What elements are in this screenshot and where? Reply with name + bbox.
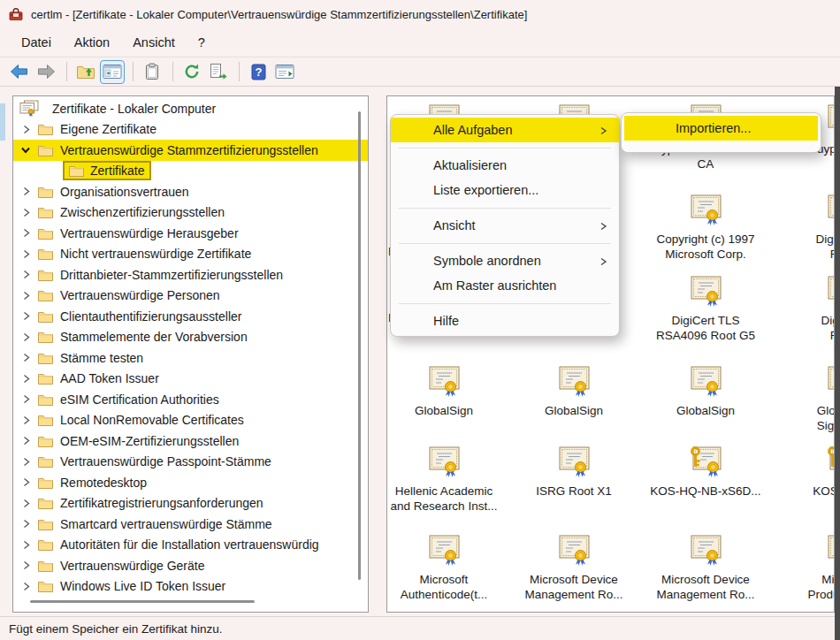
clipboard-button[interactable] bbox=[140, 60, 164, 84]
certificate-item[interactable]: DigiCertRoot bbox=[776, 275, 835, 343]
certificate-item[interactable]: MicrosoftAuthenticode(t... bbox=[386, 534, 510, 602]
certificate-item[interactable]: ISRG Root X1 bbox=[508, 446, 640, 499]
tree-item-eigene-zertifikate[interactable]: Eigene Zertifikate bbox=[13, 119, 368, 141]
tree-item-zertifikate[interactable]: Zertifikate bbox=[13, 161, 368, 182]
tree-item-zertifikatregistrierungsanforderungen[interactable]: Zertifikatregistrierungsanforderungen bbox=[13, 493, 368, 514]
chevron-right-icon[interactable] bbox=[21, 332, 31, 342]
menu-datei[interactable]: Datei bbox=[21, 35, 51, 50]
certificate-item[interactable]: MicrosoProduct Ro... bbox=[776, 534, 835, 602]
tree-vertical-scrollbar[interactable] bbox=[358, 111, 361, 580]
menu-item-label: Ansicht bbox=[433, 218, 476, 232]
statusbar: Fügt einem Speicher ein Zertifikat hinzu… bbox=[0, 616, 835, 640]
chevron-right-icon[interactable] bbox=[21, 270, 31, 279]
tree-item-zwischenzertifizierungsstellen[interactable]: Zwischenzertifizierungsstellen bbox=[13, 202, 368, 224]
certificate-label: Hellenic Academicand Research Inst... bbox=[386, 484, 510, 514]
chevron-right-icon[interactable] bbox=[21, 291, 31, 301]
all-tasks-submenu: Importieren... bbox=[621, 112, 821, 153]
tree-item-remotedesktop[interactable]: Remotedesktop bbox=[13, 472, 368, 493]
help-icon: ? bbox=[251, 64, 266, 80]
folder-icon bbox=[37, 288, 54, 302]
tree-item-vertrauensw-rdige-ger-te[interactable]: Vertrauenswürdige Geräte bbox=[13, 555, 368, 576]
certificate-item[interactable]: Hellenic Academicand Research Inst... bbox=[386, 446, 510, 514]
new-window-button[interactable] bbox=[272, 60, 297, 84]
up-folder-button[interactable] bbox=[73, 60, 98, 84]
show-console-tree-button[interactable] bbox=[100, 60, 125, 84]
certificate-item[interactable]: Microsoft DeviceManagement Ro... bbox=[639, 534, 772, 602]
tree-item-local-nonremovable-certificates[interactable]: Local NonRemovable Certificates bbox=[13, 410, 368, 431]
tree-item-autorit-ten-f-r-die-installation-vertrau[interactable]: Autoritäten für die Installation vertrau… bbox=[13, 535, 368, 556]
help-button[interactable]: ? bbox=[246, 60, 271, 84]
chevron-right-icon[interactable] bbox=[21, 208, 31, 217]
tree-item-zertifikate-lokaler-computer[interactable]: Zertifikate - Lokaler Computer bbox=[13, 98, 368, 119]
certificate-item[interactable]: GlobalSign bbox=[508, 365, 640, 418]
menu-ansicht[interactable]: Ansicht bbox=[133, 35, 175, 50]
tree-item-drittanbieter-stammzertifizierungsstelle[interactable]: Drittanbieter-Stammzertifizierungsstelle… bbox=[13, 264, 368, 286]
forward-arrow-button[interactable] bbox=[34, 60, 58, 84]
tree-item-organisationsvertrauen[interactable]: Organisationsvertrauen bbox=[13, 181, 368, 202]
chevron-right-icon[interactable] bbox=[21, 125, 31, 134]
menu-aktion[interactable]: Aktion bbox=[74, 35, 110, 50]
tree-item-vertrauensw-rdige-passpoint-st-mme[interactable]: Vertrauenswürdige Passpoint-Stämme bbox=[13, 452, 368, 473]
tree-item-vertrauensw-rdige-personen[interactable]: Vertrauenswürdige Personen bbox=[13, 286, 368, 307]
chevron-slot bbox=[20, 249, 31, 259]
chevron-slot bbox=[20, 394, 31, 404]
chevron-slot bbox=[20, 187, 31, 196]
chevron-right-icon[interactable] bbox=[21, 394, 31, 404]
menu-item-aktualisieren[interactable]: Aktualisieren bbox=[391, 153, 619, 178]
tree-item-aad-token-issuer[interactable]: AAD Token Issuer bbox=[13, 369, 368, 390]
tree-item-esim-certification-authorities[interactable]: eSIM Certification Authorities bbox=[13, 389, 368, 410]
tree-item-stammelemente-der-vorabversion[interactable]: Stammelemente der Vorabversion bbox=[13, 327, 368, 348]
chevron-right-icon[interactable] bbox=[21, 187, 31, 196]
menu-item-liste-exportieren[interactable]: Liste exportieren... bbox=[391, 178, 619, 202]
chevron-slot bbox=[20, 415, 31, 425]
chevron-right-icon[interactable] bbox=[21, 311, 31, 321]
chevron-right-icon[interactable] bbox=[21, 436, 31, 446]
tree-item-smartcard-vertrauensw-rdige-st-mme[interactable]: Smartcard vertrauenswürdige Stämme bbox=[13, 514, 368, 535]
chevron-right-icon[interactable] bbox=[21, 477, 31, 487]
tree-item-vertrauensw-rdige-herausgeber[interactable]: Vertrauenswürdige Herausgeber bbox=[13, 223, 368, 244]
menu-item-alle-aufgaben[interactable]: Alle Aufgaben bbox=[391, 118, 619, 142]
tree-item-oem-esim-zertifizierungsstellen[interactable]: OEM-eSIM-Zertifizierungsstellen bbox=[13, 430, 368, 452]
certificate-item[interactable]: DigiCert ARoot bbox=[776, 194, 835, 262]
certificate-item[interactable]: GlobalSign bbox=[639, 365, 772, 418]
tree-horizontal-scrollbar[interactable] bbox=[30, 600, 255, 603]
context-menu: Alle AufgabenAktualisierenListe exportie… bbox=[390, 114, 620, 337]
menu-item-symbole-anordnen[interactable]: Symbole anordnen bbox=[391, 248, 619, 273]
certificate-icon bbox=[556, 446, 592, 477]
certificate-item[interactable]: KOS-HQ-NB-xS6D... bbox=[639, 446, 772, 499]
menu-item-ansicht[interactable]: Ansicht bbox=[391, 213, 619, 238]
chevron-right-icon[interactable] bbox=[21, 519, 31, 529]
titlebar: certlm - [Zertifikate - Lokaler Computer… bbox=[0, 0, 840, 28]
certificate-item[interactable]: GlobalSigSigning R bbox=[776, 365, 835, 433]
tree-item-st-mme-testen[interactable]: Stämme testen bbox=[13, 347, 368, 369]
chevron-right-icon[interactable] bbox=[21, 249, 31, 259]
certificate-item[interactable]: GlobalSign bbox=[386, 365, 510, 418]
menu-item-importieren[interactable]: Importieren... bbox=[624, 116, 818, 141]
menu-[interactable]: ? bbox=[198, 35, 205, 50]
refresh-button[interactable] bbox=[179, 60, 204, 84]
chevron-right-icon[interactable] bbox=[21, 353, 31, 362]
menu-item-hilfe[interactable]: Hilfe bbox=[391, 309, 619, 333]
chevron-right-icon[interactable] bbox=[21, 560, 31, 570]
back-arrow-icon bbox=[9, 63, 30, 80]
chevron-down-icon[interactable] bbox=[20, 145, 31, 155]
chevron-right-icon[interactable] bbox=[21, 228, 31, 238]
chevron-slot bbox=[20, 270, 31, 279]
certificate-item[interactable]: Copyright (c) 1997Microsoft Corp. bbox=[639, 194, 772, 262]
chevron-right-icon[interactable] bbox=[21, 499, 31, 508]
chevron-right-icon[interactable] bbox=[21, 457, 31, 467]
tree-item-nicht-vertrauensw-rdige-zertifikate[interactable]: Nicht vertrauenswürdige Zertifikate bbox=[13, 244, 368, 265]
back-arrow-button[interactable] bbox=[7, 60, 32, 84]
export-list-button[interactable] bbox=[206, 60, 231, 84]
chevron-right-icon[interactable] bbox=[21, 540, 31, 550]
tree-item-vertrauensw-rdige-stammzertifizierungsst[interactable]: Vertrauenswürdige Stammzertifizierungsst… bbox=[13, 140, 368, 161]
certificate-item[interactable]: Microsoft DeviceManagement Ro... bbox=[508, 534, 640, 602]
chevron-right-icon[interactable] bbox=[21, 374, 31, 384]
tree-item-windows-live-id-token-issuer[interactable]: Windows Live ID Token Issuer bbox=[13, 576, 368, 598]
certificate-item[interactable]: DigiCert TLSRSA4096 Root G5 bbox=[639, 275, 772, 343]
tree-item-clientauthentifizierungsaussteller[interactable]: Clientauthentifizierungsaussteller bbox=[13, 306, 368, 327]
chevron-right-icon[interactable] bbox=[21, 415, 31, 425]
chevron-right-icon[interactable] bbox=[21, 582, 31, 591]
menu-item-am-raster-ausrichten[interactable]: Am Raster ausrichten bbox=[391, 273, 619, 298]
certificate-item[interactable]: KOS-HQ-N bbox=[776, 446, 835, 499]
